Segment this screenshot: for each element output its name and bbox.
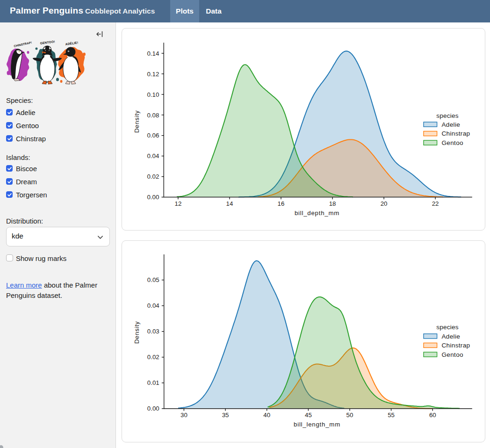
svg-text:0.12: 0.12 — [147, 71, 159, 78]
svg-text:55: 55 — [388, 412, 395, 419]
svg-text:35: 35 — [222, 412, 229, 419]
svg-text:Chinstrap: Chinstrap — [442, 130, 470, 137]
svg-text:0.01: 0.01 — [147, 379, 159, 386]
svg-text:species: species — [436, 324, 459, 331]
svg-text:22: 22 — [432, 200, 439, 207]
svg-text:40: 40 — [263, 412, 270, 419]
svg-text:Chinstrap: Chinstrap — [442, 342, 470, 349]
svg-text:0.04: 0.04 — [147, 302, 159, 309]
svg-text:0.02: 0.02 — [147, 173, 159, 180]
svg-text:Adelie: Adelie — [442, 333, 461, 340]
svg-text:18: 18 — [329, 200, 336, 207]
svg-text:45: 45 — [305, 412, 312, 419]
svg-text:50: 50 — [346, 412, 353, 419]
svg-text:14: 14 — [226, 200, 233, 207]
svg-text:Density: Density — [133, 110, 140, 133]
svg-text:0.00: 0.00 — [147, 194, 159, 201]
svg-text:0.05: 0.05 — [147, 276, 159, 283]
svg-text:Adelie: Adelie — [442, 121, 461, 128]
svg-text:0.08: 0.08 — [147, 112, 159, 119]
svg-text:20: 20 — [381, 200, 388, 207]
svg-text:species: species — [436, 112, 459, 119]
svg-text:0.04: 0.04 — [147, 152, 159, 159]
svg-text:0.02: 0.02 — [147, 354, 159, 361]
svg-text:16: 16 — [278, 200, 285, 207]
svg-text:0.00: 0.00 — [147, 405, 159, 412]
svg-text:bill_length_mm: bill_length_mm — [294, 421, 340, 428]
svg-text:0.14: 0.14 — [147, 50, 159, 57]
svg-text:0.03: 0.03 — [147, 328, 159, 335]
svg-text:Gentoo: Gentoo — [442, 139, 463, 146]
svg-text:Density: Density — [133, 321, 140, 344]
svg-text:30: 30 — [180, 412, 187, 419]
svg-text:0.06: 0.06 — [147, 132, 159, 139]
svg-text:bill_depth_mm: bill_depth_mm — [295, 210, 339, 217]
svg-text:Gentoo: Gentoo — [442, 351, 463, 358]
svg-text:0.10: 0.10 — [147, 91, 159, 98]
svg-text:60: 60 — [429, 412, 436, 419]
svg-text:12: 12 — [175, 200, 182, 207]
